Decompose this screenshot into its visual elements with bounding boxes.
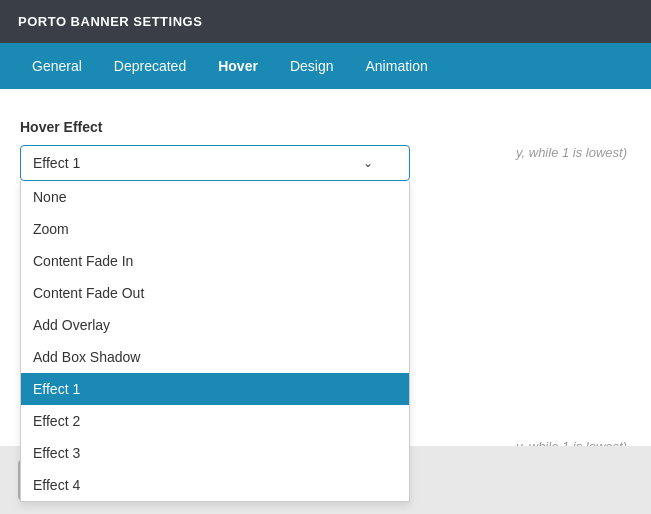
tab-hover[interactable]: Hover: [202, 46, 274, 86]
option-content-fade-out[interactable]: Content Fade Out: [21, 277, 409, 309]
select-value: Effect 1: [33, 155, 80, 171]
dropdown-menu: None Zoom Content Fade In Content Fade O…: [20, 181, 410, 502]
header: PORTO BANNER SETTINGS: [0, 0, 651, 43]
chevron-down-icon: ⌄: [363, 156, 373, 170]
tab-design[interactable]: Design: [274, 46, 350, 86]
option-effect1[interactable]: Effect 1: [21, 373, 409, 405]
tab-deprecated[interactable]: Deprecated: [98, 46, 202, 86]
section-label: Hover Effect: [20, 119, 631, 135]
option-none[interactable]: None: [21, 181, 409, 213]
option-content-fade-in[interactable]: Content Fade In: [21, 245, 409, 277]
main-content: Hover Effect Effect 1 ⌄ None Zoom Conten…: [0, 89, 651, 487]
option-effect4[interactable]: Effect 4: [21, 469, 409, 501]
select-wrapper: Effect 1 ⌄ None Zoom Content Fade In Con…: [20, 145, 410, 181]
hover-effect-select[interactable]: Effect 1 ⌄: [20, 145, 410, 181]
tab-general[interactable]: General: [16, 46, 98, 86]
tab-bar: General Deprecated Hover Design Animatio…: [0, 43, 651, 89]
option-zoom[interactable]: Zoom: [21, 213, 409, 245]
option-effect3[interactable]: Effect 3: [21, 437, 409, 469]
tab-animation[interactable]: Animation: [349, 46, 443, 86]
option-add-box-shadow[interactable]: Add Box Shadow: [21, 341, 409, 373]
header-title: PORTO BANNER SETTINGS: [18, 14, 202, 29]
option-effect2[interactable]: Effect 2: [21, 405, 409, 437]
option-add-overlay[interactable]: Add Overlay: [21, 309, 409, 341]
